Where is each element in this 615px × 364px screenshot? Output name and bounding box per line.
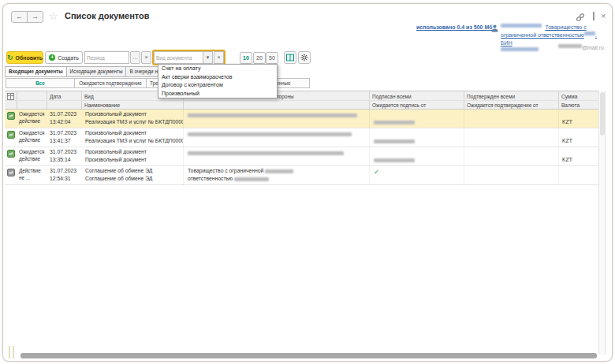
header-awaiting-sign[interactable]: Ожидается подпись от — [372, 102, 426, 108]
history-nav: ← → — [11, 11, 43, 23]
cell-kind: Произвольный документ — [85, 130, 183, 136]
redacted-text — [188, 113, 357, 117]
header-kind[interactable]: Вид — [84, 94, 94, 99]
table-row[interactable]: ⇄ Ожидается действие 31.07.2023 13:42:04… — [5, 110, 598, 128]
status-text: Ожидается — [19, 130, 44, 136]
header-awaiting-confirm[interactable]: Ожидается подтверждение от — [467, 102, 539, 108]
status-text: Действие — [19, 168, 41, 173]
exchange-glyph: ⇄ — [9, 170, 13, 175]
redacted-text — [558, 44, 582, 48]
cell-date: 31.07.2023 — [50, 149, 76, 154]
filter-completed[interactable]: енные — [274, 78, 310, 88]
forward-icon: → — [32, 13, 39, 20]
horizontal-scrollbar-thumb[interactable] — [20, 353, 597, 358]
check-icon: ✓ — [374, 168, 379, 176]
ellipsis-icon: … — [132, 54, 138, 60]
screenshot: ← → ☆ Список документов × использовано 0… — [0, 0, 615, 364]
party-org-text: Товарищество с ограниченной — [188, 168, 263, 173]
redacted-text — [374, 121, 415, 124]
user-email: @mail.ru — [500, 39, 604, 53]
header-confirmed[interactable]: Подтвержден всеми — [467, 94, 515, 99]
favorite-star-icon[interactable]: ☆ — [49, 11, 58, 21]
filter-awaiting-confirmation[interactable]: Ожидается подтверждение — [74, 78, 147, 88]
create-button[interactable]: + Создать — [45, 51, 83, 64]
doctype-dropdown-button[interactable]: ▾ — [203, 51, 213, 64]
redacted-text — [265, 169, 293, 173]
org-name-part2: ограниченной ответственностью — [501, 32, 584, 38]
status-text: Ожидается — [19, 149, 44, 154]
back-button[interactable]: ← — [11, 11, 28, 23]
close-glyph: × — [601, 11, 606, 20]
refresh-label: Обновить — [15, 55, 43, 61]
cell-currency: KZT — [562, 119, 572, 124]
page-size-button-50[interactable]: 50 — [266, 52, 278, 64]
table-header: Дата Вид Наименование Стороны Подписан в… — [5, 91, 598, 110]
header-currency[interactable]: Валюта — [561, 102, 580, 108]
cell-name: Соглашение об обмене ЭД — [85, 176, 183, 181]
cell-name: Реализация ТМЗ и услуг № БКТДП000001 от.… — [85, 138, 183, 143]
redacted-text — [234, 177, 269, 181]
header-name[interactable]: Наименование — [84, 102, 120, 108]
tab-incoming-documents[interactable]: Входящие документы — [5, 66, 67, 77]
cell-time: 13:35:14 — [50, 157, 70, 162]
period-input[interactable] — [84, 51, 129, 64]
redacted-text — [501, 24, 542, 28]
redacted-text — [374, 139, 415, 143]
tab-outgoing-documents[interactable]: Исходящие документы — [66, 66, 127, 77]
vertical-scrollbar[interactable] — [598, 91, 606, 355]
cell-date: 31.07.2023 — [50, 168, 76, 173]
redacted-text — [188, 132, 352, 136]
period-clear-button[interactable]: × — [141, 51, 151, 64]
table-settings-icon[interactable] — [7, 93, 14, 100]
cell-kind: Соглашение об обмене ЭД — [85, 168, 183, 173]
close-icon[interactable]: × — [601, 12, 606, 20]
email-suffix: @mail.ru — [582, 45, 604, 50]
exchange-glyph: ⇄ — [9, 132, 13, 137]
period-picker-button[interactable]: … — [130, 51, 140, 64]
redacted-text — [188, 151, 344, 155]
dropdown-item-arbitrary[interactable]: Произвольный — [158, 90, 277, 98]
get-link-icon[interactable] — [576, 13, 585, 22]
forward-button[interactable]: → — [27, 11, 43, 23]
exchange-glyph: ⇄ — [9, 151, 13, 156]
page-size-button-10[interactable]: 10 — [240, 52, 252, 64]
storage-usage-link[interactable]: использовано 0.4 из 500 Мб — [416, 24, 493, 30]
cell-currency: KZT — [562, 138, 572, 143]
more-icon[interactable] — [593, 12, 594, 20]
vertical-scrollbar-thumb[interactable] — [600, 92, 605, 136]
page-size-button-20[interactable]: 20 — [253, 52, 266, 64]
status-text: Ожидается — [19, 111, 44, 117]
star-glyph: ☆ — [49, 10, 58, 22]
cell-time: 13:42:04 — [50, 119, 70, 124]
status-text: действие — [19, 118, 40, 124]
settings-button[interactable] — [298, 51, 311, 64]
doctype-dropdown: Счет на оплату Акт сверки взаиморасчетов… — [158, 64, 278, 98]
cell-kind: Произвольный документ — [85, 111, 183, 117]
document-status-icon: ⇄ — [7, 169, 15, 176]
header-date[interactable]: Дата — [50, 94, 61, 99]
table-row[interactable]: ⇄ Действие не ... 31.07.2023 12:54:31 Со… — [5, 166, 598, 185]
user-icon — [491, 24, 498, 32]
cell-name: Реализация ТМЗ и услуг № БКТДП000001 от.… — [85, 119, 183, 124]
doctype-input[interactable] — [154, 51, 203, 64]
table-row[interactable]: ⇄ Ожидается действие 31.07.2023 13:41:37… — [5, 128, 598, 147]
party-org-text: ответственностью — [188, 176, 233, 181]
header-sum[interactable]: Сумма — [561, 94, 577, 99]
dropdown-item-reconciliation[interactable]: Акт сверки взаиморасчетов — [158, 73, 277, 82]
status-text: действие — [19, 156, 40, 162]
app-window: ← → ☆ Список документов × использовано 0… — [2, 3, 613, 362]
filter-all[interactable]: Все — [6, 78, 75, 88]
gear-icon — [300, 54, 308, 61]
exchange-glyph: ⇄ — [9, 113, 13, 118]
document-status-icon: ⇄ — [7, 150, 15, 158]
dropdown-item-invoice[interactable]: Счет на оплату — [158, 65, 277, 73]
dropdown-item-contract[interactable]: Договор с контрагентом — [158, 81, 277, 90]
columns-view-button[interactable] — [284, 51, 296, 64]
refresh-button[interactable]: ↻ Обновить — [6, 51, 43, 64]
doctype-clear-button[interactable]: × — [214, 51, 224, 64]
header-signed[interactable]: Подписан всеми — [372, 94, 412, 99]
cell-kind: Произвольный документ — [85, 149, 183, 154]
resize-grip — [13, 346, 14, 358]
table-row[interactable]: ⇄ Ожидается действие 31.07.2023 13:35:14… — [5, 147, 598, 166]
cell-time: 12:54:31 — [50, 176, 70, 181]
